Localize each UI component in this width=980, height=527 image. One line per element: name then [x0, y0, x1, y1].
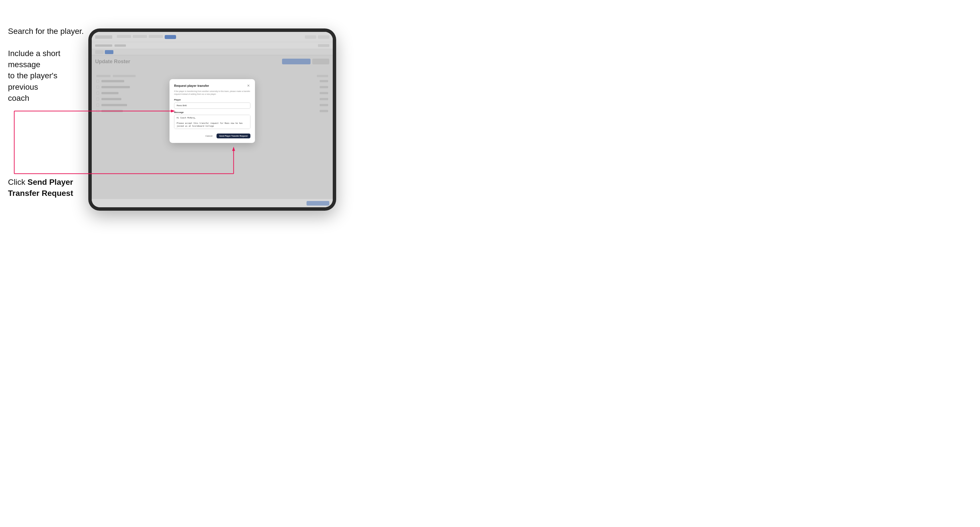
tablet-screen: Update Roster	[92, 32, 333, 207]
modal-footer: Cancel Send Player Transfer Request	[174, 133, 250, 138]
annotations-panel: Search for the player. Include a short m…	[0, 0, 86, 527]
cancel-button[interactable]: Cancel	[204, 133, 214, 138]
modal-close-button[interactable]: ✕	[247, 84, 250, 88]
modal-overlay: Request player transfer ✕ If the player …	[92, 32, 333, 207]
annotation-search-text: Search for the player.	[8, 25, 84, 37]
send-transfer-button[interactable]: Send Player Transfer Request	[216, 133, 250, 138]
annotation-message-text: Include a short messageto the player's p…	[8, 48, 82, 104]
modal-header: Request player transfer ✕	[174, 84, 250, 88]
player-field-label: Player	[174, 98, 250, 101]
annotation-bold: Send PlayerTransfer Request	[8, 178, 73, 198]
transfer-request-modal: Request player transfer ✕ If the player …	[170, 79, 255, 143]
modal-description: If the player is transferring from anoth…	[174, 90, 250, 96]
message-textarea[interactable]: Hi Coach McHarg, Please accept this tran…	[174, 115, 250, 129]
modal-title: Request player transfer	[174, 84, 209, 87]
message-field-label: Message	[174, 111, 250, 114]
player-input[interactable]	[174, 103, 250, 109]
annotation-click-text: Click Send PlayerTransfer Request	[8, 176, 82, 199]
tablet-device: Update Roster	[88, 29, 336, 211]
